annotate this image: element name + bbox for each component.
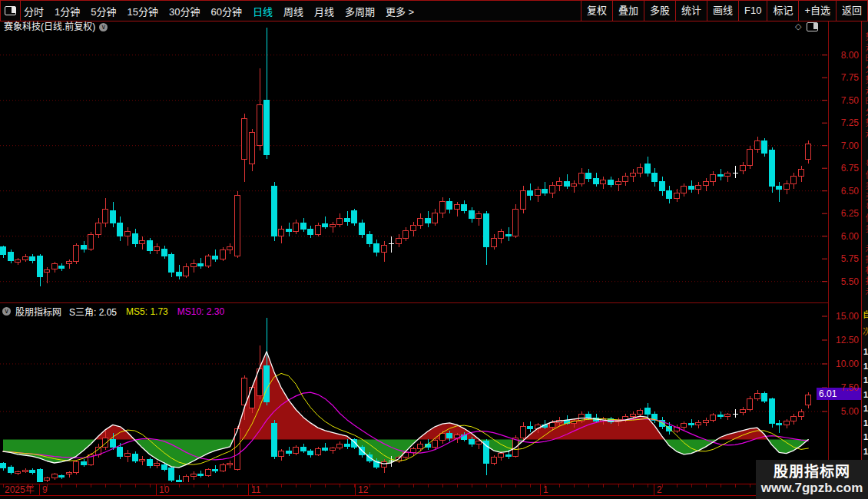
x-axis-minor-tick bbox=[588, 484, 589, 487]
x-axis-month-label: 2 bbox=[657, 485, 662, 495]
x-axis-minor-tick bbox=[237, 484, 238, 487]
x-axis-minor-tick bbox=[501, 484, 502, 487]
x-axis-minor-tick bbox=[428, 484, 429, 487]
x-axis-minor-tick bbox=[706, 484, 707, 487]
x-axis-year-label: 2025年 bbox=[5, 485, 35, 495]
x-axis-month-label: 12 bbox=[358, 485, 368, 495]
y-axis-label-main: 7.25 bbox=[830, 117, 859, 128]
x-axis-minor-tick bbox=[750, 484, 750, 487]
layout-toggle-button[interactable] bbox=[1, 1, 21, 21]
sidebar-vertical-label: 示提标指示 bbox=[863, 244, 868, 298]
x-axis-minor-tick bbox=[677, 484, 678, 487]
sidebar-quote-number: 1 bbox=[863, 447, 868, 456]
y-axis-label-main: 6.50 bbox=[830, 186, 859, 197]
sidebar-tab-sub[interactable]: 次 bbox=[863, 325, 868, 337]
toolbar-button-标记[interactable]: 标记 bbox=[767, 1, 798, 21]
y-axis-label-main: 7.75 bbox=[830, 72, 859, 83]
x-axis-minor-tick bbox=[515, 484, 516, 487]
sidebar-quote-number: 1 bbox=[863, 390, 868, 399]
x-axis-minor-tick bbox=[76, 484, 77, 487]
right-sidebar-strip[interactable]: 势走时分势走时分势走号信卖买号信卖示提标指示自次11111111 bbox=[861, 21, 868, 460]
x-axis-minor-tick bbox=[369, 484, 370, 487]
y-axis-label-main: 8.00 bbox=[830, 50, 859, 61]
x-axis-month-tick bbox=[654, 484, 654, 495]
x-axis-minor-tick bbox=[618, 484, 619, 487]
x-axis-minor-tick bbox=[281, 484, 282, 487]
toolbar-button-统计[interactable]: 统计 bbox=[675, 1, 707, 21]
sidebar-quote-number: 1 bbox=[863, 404, 868, 413]
y-axis-label-main: 7.50 bbox=[830, 95, 859, 106]
window-layout-icon bbox=[5, 6, 16, 15]
main-price-chart[interactable] bbox=[0, 21, 828, 303]
x-axis-month-label: 1 bbox=[543, 485, 548, 495]
x-axis-minor-tick bbox=[61, 484, 62, 487]
x-axis-minor-tick bbox=[735, 484, 736, 487]
x-axis-minor-tick bbox=[296, 484, 297, 487]
x-axis-month-tick bbox=[39, 484, 40, 495]
x-axis-minor-tick bbox=[340, 484, 340, 487]
indicator-header: ∨ 股朋指标网 S三角: 2.05MS5: 1.73MS10: 2.30 bbox=[0, 306, 234, 317]
indicator-name[interactable]: 股朋指标网 bbox=[15, 305, 61, 318]
x-axis-minor-tick bbox=[691, 484, 692, 487]
toolbar-button-多股[interactable]: 多股 bbox=[644, 1, 675, 21]
indicator-chart[interactable] bbox=[0, 303, 828, 482]
y-axis-label-main: 6.00 bbox=[830, 231, 859, 242]
timeframe-30分钟[interactable]: 30分钟 bbox=[169, 4, 200, 18]
x-axis-month-tick bbox=[355, 484, 356, 495]
timeframe-分时[interactable]: 分时 bbox=[24, 4, 44, 18]
x-axis-minor-tick bbox=[472, 484, 472, 487]
x-axis-minor-tick bbox=[399, 484, 399, 487]
timeframe-60分钟[interactable]: 60分钟 bbox=[210, 4, 241, 18]
x-axis-minor-tick bbox=[413, 484, 414, 487]
x-axis-month-tick bbox=[248, 484, 249, 495]
sidebar-tab-self[interactable]: 自 bbox=[863, 308, 868, 320]
toolbar-actions: 复权叠加多股统计画线F10标记+自选返回 bbox=[581, 1, 867, 21]
x-axis-minor-tick bbox=[442, 484, 443, 487]
y-axis-label-sub: 10.00 bbox=[830, 359, 859, 369]
x-axis-minor-tick bbox=[105, 484, 106, 487]
toolbar-button-+自选[interactable]: +自选 bbox=[798, 1, 836, 21]
x-axis-month-tick bbox=[156, 484, 157, 495]
y-axis-label-main: 5.50 bbox=[830, 276, 859, 287]
x-axis-month-label: 10 bbox=[159, 485, 169, 495]
timeframe-15分钟[interactable]: 15分钟 bbox=[127, 4, 157, 18]
toolbar-button-画线[interactable]: 画线 bbox=[707, 1, 738, 21]
timeframe-1分钟[interactable]: 1分钟 bbox=[55, 4, 80, 18]
x-axis-minor-tick bbox=[18, 484, 18, 487]
x-axis-minor-tick bbox=[91, 484, 91, 487]
x-axis-minor-tick bbox=[267, 484, 267, 487]
timeframe-多周期[interactable]: 多周期 bbox=[345, 4, 375, 18]
x-axis-month-tick bbox=[540, 484, 541, 495]
x-axis-minor-tick bbox=[150, 484, 151, 487]
x-axis-minor-tick bbox=[457, 484, 458, 487]
x-axis-band[interactable]: 2025年 910111212 bbox=[0, 484, 829, 496]
x-axis-minor-tick bbox=[223, 484, 224, 487]
toolbar-button-返回[interactable]: 返回 bbox=[836, 1, 867, 21]
x-axis-month-label: 11 bbox=[251, 485, 260, 495]
timeframe-日线[interactable]: 日线 bbox=[253, 4, 273, 18]
x-axis-minor-tick bbox=[662, 484, 663, 487]
sidebar-vertical-label: 势走时分势走时分势走 bbox=[863, 32, 868, 140]
x-axis-minor-tick bbox=[179, 484, 180, 487]
toolbar-button-复权[interactable]: 复权 bbox=[581, 1, 612, 21]
y-axis-label-sub: 12.50 bbox=[830, 335, 859, 345]
bottom-stub-row bbox=[0, 496, 868, 499]
indicator-chevron-icon[interactable]: ∨ bbox=[2, 307, 11, 316]
toolbar-button-叠加[interactable]: 叠加 bbox=[612, 1, 644, 21]
x-axis-minor-tick bbox=[721, 484, 721, 487]
indicator-value: S三角: 2.05 bbox=[69, 305, 117, 318]
timeframe-周线[interactable]: 周线 bbox=[283, 4, 303, 18]
sidebar-quote-number: 1 bbox=[863, 362, 868, 371]
timeframe-5分钟[interactable]: 5分钟 bbox=[91, 4, 116, 18]
x-axis-minor-tick bbox=[325, 484, 326, 487]
sidebar-quote-number: 1 bbox=[863, 375, 868, 385]
x-axis-minor-tick bbox=[208, 484, 209, 487]
toolbar-button-F10[interactable]: F10 bbox=[738, 1, 767, 21]
timeframe-更多 >[interactable]: 更多 > bbox=[386, 4, 414, 18]
timeframe-月线[interactable]: 月线 bbox=[314, 4, 334, 18]
x-axis-month-label: 9 bbox=[42, 485, 48, 495]
x-axis-minor-tick bbox=[384, 484, 385, 487]
y-axis-label-main: 7.00 bbox=[830, 140, 859, 151]
panel-divider[interactable] bbox=[0, 302, 829, 303]
y-axis-label-main: 5.75 bbox=[830, 253, 859, 264]
